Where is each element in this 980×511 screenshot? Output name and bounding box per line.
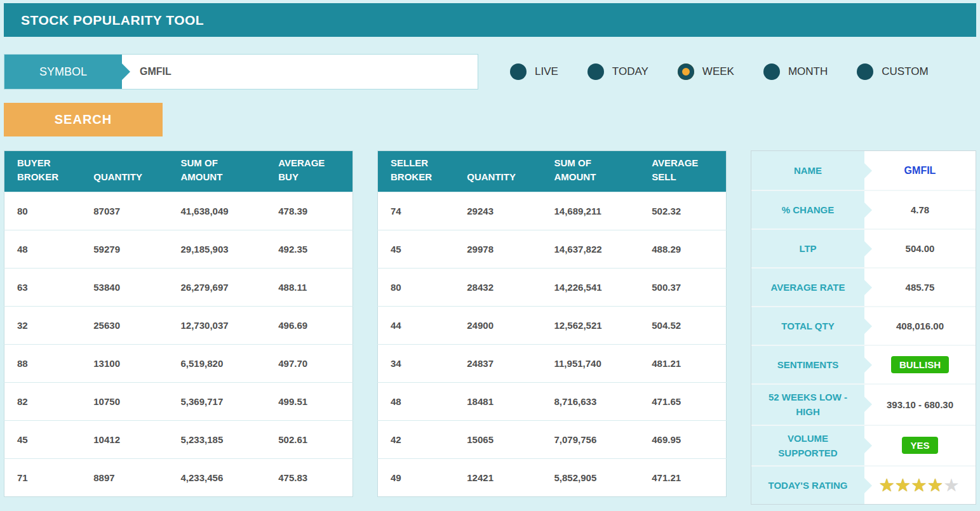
app-header: STOCK POPULARITY TOOL: [4, 3, 976, 37]
table-cell: 42: [378, 420, 455, 458]
table-row: 82107505,369,717499.51: [4, 382, 353, 420]
table-cell: 471.65: [639, 382, 726, 420]
star-filled-icon: ★: [896, 476, 911, 494]
table-cell: 13100: [81, 344, 168, 382]
period-radio-group: LIVETODAYWEEKMONTHCUSTOM: [510, 63, 929, 80]
table-cell: 469.95: [639, 420, 726, 458]
table-cell: 502.61: [265, 420, 352, 458]
table-row: 342483711,951,740481.21: [378, 344, 727, 382]
table-cell: 34: [378, 344, 455, 382]
table-row: 49124215,852,905471.21: [378, 458, 727, 496]
summary-label: AVERAGE RATE: [751, 269, 864, 306]
symbol-link[interactable]: GMFIL: [904, 165, 936, 176]
table-cell: 59279: [81, 230, 168, 268]
table-cell: 488.11: [265, 268, 352, 306]
summary-row: LTP504.00: [751, 229, 976, 267]
table-cell: 475.83: [265, 458, 352, 496]
summary-row: VOLUME SUPPORTEDYES: [751, 425, 976, 466]
buyer-table-body: 808703741,638,049478.39485927929,185,903…: [4, 192, 353, 496]
buyer-table-header-row: BUYER BROKERQUANTITYSUM OF AMOUNTAVERAGE…: [4, 151, 353, 192]
summary-value: 504.00: [864, 230, 976, 267]
table-cell: 45: [378, 230, 455, 268]
table-cell: 24837: [454, 344, 541, 382]
table-cell: 6,519,820: [168, 344, 266, 382]
period-option-live[interactable]: LIVE: [510, 63, 558, 80]
summary-row: 52 WEEKS LOW - HIGH393.10 - 680.30: [751, 383, 976, 425]
summary-label: SENTIMENTS: [751, 346, 864, 383]
table-row: 42150657,079,756469.95: [378, 420, 727, 458]
table-cell: 10412: [81, 420, 168, 458]
rating-stars: ★★★★★: [880, 477, 960, 493]
table-cell: 32: [4, 306, 81, 344]
summary-label: TOTAL QTY: [751, 307, 864, 345]
table-cell: 14,689,211: [542, 192, 640, 230]
table-cell: 504.52: [639, 306, 726, 344]
period-option-label: CUSTOM: [882, 65, 928, 78]
radio-icon[interactable]: [587, 63, 604, 80]
summary-value: 408,016.00: [864, 307, 976, 345]
table-cell: 496.69: [265, 306, 352, 344]
table-row: 635384026,279,697488.11: [4, 268, 353, 306]
table-cell: 18481: [454, 382, 541, 420]
period-option-week[interactable]: WEEK: [678, 63, 734, 80]
table-cell: 492.35: [265, 230, 352, 268]
table-cell: 478.39: [265, 192, 352, 230]
star-filled-icon: ★: [880, 476, 896, 494]
table-cell: 25630: [81, 306, 168, 344]
radio-icon[interactable]: [763, 63, 780, 80]
summary-label: 52 WEEKS LOW - HIGH: [751, 385, 864, 425]
summary-value: 485.75: [864, 269, 976, 306]
period-option-label: TODAY: [612, 65, 648, 78]
column-header: BUYER BROKER: [4, 151, 81, 192]
summary-label-text: 52 WEEKS LOW - HIGH: [761, 390, 855, 420]
table-cell: 48: [378, 382, 455, 420]
table-cell: 29,185,903: [168, 230, 266, 268]
period-option-label: MONTH: [788, 65, 828, 78]
summary-value: 393.10 - 680.30: [864, 385, 976, 425]
table-cell: 63: [4, 268, 81, 306]
summary-label-text: AVERAGE RATE: [771, 280, 845, 295]
table-cell: 471.21: [639, 458, 726, 496]
table-cell: 48: [4, 230, 81, 268]
summary-label-text: LTP: [799, 241, 816, 256]
summary-row: % CHANGE4.78: [751, 190, 976, 229]
summary-label: TODAY'S RATING: [751, 467, 864, 504]
period-option-today[interactable]: TODAY: [587, 63, 648, 80]
table-cell: 502.32: [639, 192, 726, 230]
table-cell: 500.37: [639, 268, 726, 306]
summary-label: VOLUME SUPPORTED: [751, 426, 864, 466]
summary-row: AVERAGE RATE485.75: [751, 267, 976, 306]
table-cell: 45: [4, 420, 81, 458]
table-cell: 74: [378, 192, 455, 230]
search-button[interactable]: SEARCH: [4, 103, 163, 136]
table-cell: 80: [378, 268, 455, 306]
star-filled-icon: ★: [928, 476, 944, 494]
table-cell: 14,637,822: [542, 230, 640, 268]
table-row: 485927929,185,903492.35: [4, 230, 353, 268]
table-cell: 29243: [454, 192, 541, 230]
radio-icon[interactable]: [857, 63, 873, 80]
table-cell: 49: [378, 458, 455, 496]
table-cell: 499.51: [265, 382, 352, 420]
table-cell: 5,233,185: [168, 420, 266, 458]
symbol-input[interactable]: [122, 55, 478, 89]
radio-icon[interactable]: [510, 63, 527, 80]
period-option-month[interactable]: MONTH: [763, 63, 828, 80]
symbol-group: SYMBOL: [4, 54, 478, 90]
period-option-custom[interactable]: CUSTOM: [857, 63, 928, 80]
table-row: 452997814,637,822488.29: [378, 230, 727, 268]
table-cell: 87037: [81, 192, 168, 230]
table-cell: 14,226,541: [542, 268, 640, 306]
table-row: 88131006,519,820497.70: [4, 344, 353, 382]
summary-label-text: SENTIMENTS: [777, 357, 839, 372]
summary-value: 4.78: [864, 191, 976, 229]
table-cell: 29978: [454, 230, 541, 268]
summary-value: BULLISH: [864, 346, 976, 383]
column-header: SELLER BROKER: [378, 151, 455, 192]
table-cell: 8897: [81, 458, 168, 496]
page: STOCK POPULARITY TOOL SYMBOL LIVETODAYWE…: [0, 0, 980, 505]
radio-selected-icon[interactable]: [678, 63, 694, 80]
table-cell: 5,369,717: [168, 382, 266, 420]
table-cell: 12,730,037: [168, 306, 266, 344]
table-cell: 11,951,740: [542, 344, 640, 382]
